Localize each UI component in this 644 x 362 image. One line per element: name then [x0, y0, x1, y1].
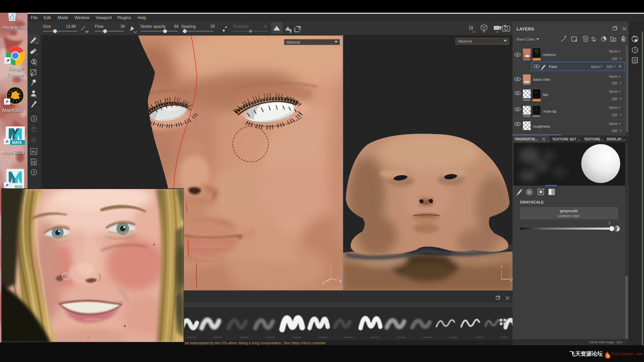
svg-text:Norm: Norm	[609, 122, 618, 126]
svg-text:Recycle Bin: Recycle Bin	[3, 25, 26, 30]
svg-text:52%: 52%	[616, 341, 623, 344]
svg-text:Norm: Norm	[609, 106, 618, 110]
svg-text:X: X	[339, 279, 342, 283]
svg-text:Chrome: Chrome	[7, 72, 24, 78]
svg-text:1: 1	[608, 221, 610, 225]
svg-text:lips: lips	[543, 93, 548, 97]
svg-text:Paint: Paint	[549, 65, 557, 69]
svg-text:100: 100	[611, 81, 618, 85]
svg-text:29: 29	[210, 24, 215, 29]
svg-text:Ps: Ps	[32, 150, 36, 154]
svg-text:LAYERS: LAYERS	[517, 27, 534, 32]
svg-text:PROPERTIE...: PROPERTIE...	[515, 137, 538, 141]
svg-text:Base Color: Base Color	[517, 37, 535, 41]
svg-text:Norm: Norm	[609, 49, 618, 53]
svg-text:Y: Y	[500, 265, 503, 269]
svg-text:Flow: Flow	[95, 24, 104, 29]
svg-text:100: 100	[611, 57, 618, 61]
svg-text:uniform color: uniform color	[558, 214, 580, 218]
svg-text:MAYA: MAYA	[12, 140, 22, 144]
svg-text:100: 100	[611, 129, 618, 133]
svg-text:base color: base color	[533, 77, 550, 81]
svg-text:Z: Z	[322, 281, 325, 285]
svg-text:S: S	[33, 170, 35, 174]
svg-text:Google: Google	[8, 66, 23, 71]
svg-text:TEXTURE SET ...: TEXTURE SET ...	[552, 137, 580, 141]
svg-text:Material: Material	[286, 40, 300, 44]
svg-text:Cache Disk Usage:: Cache Disk Usage:	[589, 341, 615, 344]
svg-text:8: 8	[264, 24, 267, 29]
svg-text:Stroke opacity: Stroke opacity	[140, 24, 166, 29]
svg-text:100: 100	[611, 97, 618, 101]
svg-text:Material: Material	[458, 39, 472, 43]
svg-text:Distance: Distance	[233, 24, 249, 29]
svg-text:Y: Y	[330, 264, 332, 268]
svg-text:redness: redness	[543, 53, 556, 57]
svg-text:roughness: roughness	[533, 124, 550, 128]
svg-text:100: 100	[611, 113, 618, 117]
svg-text:GRAYSCALE: GRAYSCALE	[520, 200, 544, 204]
svg-text:Size: Size	[43, 24, 51, 29]
svg-text:13.89: 13.89	[66, 24, 76, 29]
svg-text:Norm: Norm	[609, 89, 618, 94]
svg-text:Norm: Norm	[591, 65, 600, 69]
svg-text:Norm: Norm	[609, 74, 618, 78]
svg-text:TEXTURE ..: TEXTURE ..	[584, 137, 603, 141]
svg-text:S: S	[33, 117, 35, 121]
svg-text:nose tip: nose tip	[543, 109, 556, 113]
svg-text:Mari4.5v2: Mari4.5v2	[2, 108, 23, 113]
svg-text:grayscale: grayscale	[560, 209, 578, 213]
svg-text:66: 66	[174, 24, 179, 29]
svg-text:he interrupted by the OS when: he interrupted by the OS when doing a lo…	[185, 341, 326, 345]
svg-text:Maya 2019: Maya 2019	[1, 149, 24, 155]
svg-text:Spacing: Spacing	[181, 24, 196, 29]
svg-text:39: 39	[120, 24, 125, 29]
svg-text:U: U	[510, 278, 513, 282]
svg-text:100: 100	[606, 65, 612, 69]
svg-text:DISPLAY ...: DISPLAY ...	[607, 137, 626, 141]
